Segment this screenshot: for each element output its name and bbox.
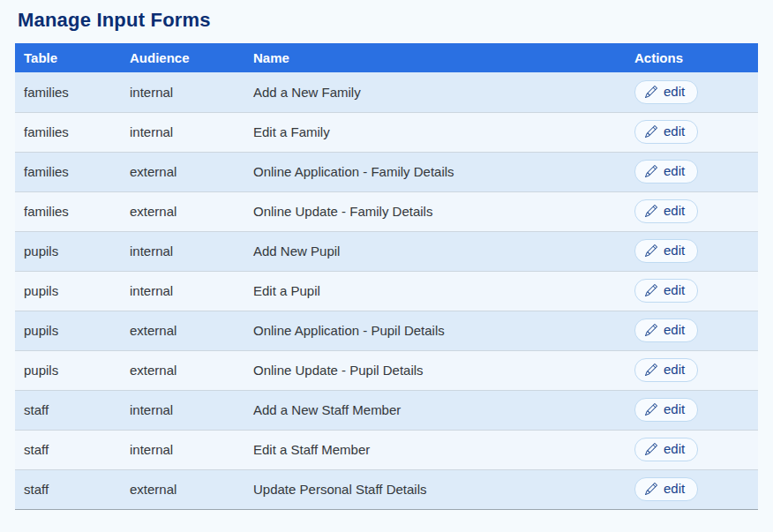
cell-table: families <box>15 191 121 231</box>
table-body: families internal Add a New Family edit … <box>15 72 758 509</box>
cell-name: Edit a Staff Member <box>244 430 626 469</box>
cell-audience: external <box>121 350 244 390</box>
cell-audience: internal <box>121 271 244 311</box>
edit-button-label: edit <box>664 163 685 179</box>
edit-button-label: edit <box>664 441 685 457</box>
edit-button[interactable]: edit <box>634 160 698 184</box>
edit-button-label: edit <box>664 203 685 219</box>
cell-name: Add New Pupil <box>244 231 626 271</box>
pencil-icon <box>645 125 657 138</box>
table-row: pupils internal Edit a Pupil edit <box>15 271 758 311</box>
pencil-icon <box>645 244 657 257</box>
input-forms-table: Table Audience Name Actions families int… <box>15 43 758 510</box>
table-row: families internal Edit a Family edit <box>15 112 758 152</box>
pencil-icon <box>645 403 657 416</box>
cell-name: Online Update - Pupil Details <box>244 350 626 390</box>
header-row: Table Audience Name Actions <box>15 43 758 72</box>
table-row: staff internal Edit a Staff Member edit <box>15 430 758 469</box>
cell-name: Online Application - Pupil Details <box>244 311 626 350</box>
column-header-audience: Audience <box>121 43 244 72</box>
table-row: families external Online Update - Family… <box>15 191 758 231</box>
cell-actions: edit <box>626 469 758 509</box>
cell-table: pupils <box>15 271 121 311</box>
edit-button-label: edit <box>664 282 685 298</box>
cell-table: families <box>15 152 121 191</box>
column-header-table: Table <box>15 43 121 72</box>
cell-name: Add a New Staff Member <box>244 390 626 430</box>
cell-table: families <box>15 112 121 152</box>
edit-button[interactable]: edit <box>634 398 698 422</box>
edit-button-label: edit <box>664 243 685 259</box>
cell-audience: internal <box>121 390 244 430</box>
cell-name: Edit a Pupil <box>244 271 626 311</box>
cell-name: Edit a Family <box>244 112 626 152</box>
cell-name: Online Update - Family Details <box>244 191 626 231</box>
edit-button-label: edit <box>664 124 685 139</box>
cell-audience: external <box>121 152 244 191</box>
edit-button-label: edit <box>664 401 685 417</box>
edit-button[interactable]: edit <box>634 438 698 461</box>
cell-table: staff <box>15 430 121 469</box>
cell-actions: edit <box>626 152 758 191</box>
cell-table: staff <box>15 469 121 509</box>
cell-name: Add a New Family <box>244 72 626 112</box>
table-row: staff external Update Personal Staff Det… <box>15 469 758 509</box>
pencil-icon <box>645 363 657 376</box>
cell-audience: internal <box>121 430 244 469</box>
page-container: Manage Input Forms Table Audience Name A… <box>0 0 773 510</box>
edit-button[interactable]: edit <box>634 358 698 382</box>
column-header-name: Name <box>244 43 626 72</box>
table-row: pupils external Online Application - Pup… <box>15 311 758 350</box>
edit-button[interactable]: edit <box>634 80 698 104</box>
cell-table: staff <box>15 390 121 430</box>
cell-name: Online Application - Family Details <box>244 152 626 191</box>
page-title: Manage Input Forms <box>18 9 758 32</box>
edit-button-label: edit <box>664 84 685 100</box>
pencil-icon <box>645 165 657 177</box>
table-row: families internal Add a New Family edit <box>15 72 758 112</box>
edit-button[interactable]: edit <box>634 120 698 144</box>
cell-actions: edit <box>626 271 758 311</box>
cell-table: pupils <box>15 350 121 390</box>
edit-button[interactable]: edit <box>634 318 698 342</box>
cell-actions: edit <box>626 350 758 390</box>
cell-audience: external <box>121 469 244 509</box>
cell-actions: edit <box>626 72 758 112</box>
table-row: pupils internal Add New Pupil edit <box>15 231 758 271</box>
table-row: staff internal Add a New Staff Member ed… <box>15 390 758 430</box>
cell-table: pupils <box>15 231 121 271</box>
edit-button[interactable]: edit <box>634 477 698 501</box>
pencil-icon <box>645 284 657 296</box>
cell-audience: external <box>121 311 244 350</box>
cell-actions: edit <box>626 390 758 430</box>
pencil-icon <box>645 483 657 495</box>
edit-button-label: edit <box>664 481 685 497</box>
cell-name: Update Personal Staff Details <box>244 469 626 509</box>
edit-button-label: edit <box>664 322 685 338</box>
cell-audience: external <box>121 191 244 231</box>
cell-table: families <box>15 72 121 112</box>
pencil-icon <box>645 324 657 336</box>
cell-table: pupils <box>15 311 121 350</box>
cell-actions: edit <box>626 311 758 350</box>
column-header-actions: Actions <box>626 43 758 72</box>
cell-audience: internal <box>121 231 244 271</box>
cell-actions: edit <box>626 112 758 152</box>
table-header: Table Audience Name Actions <box>15 43 758 72</box>
cell-actions: edit <box>626 430 758 469</box>
pencil-icon <box>645 86 657 98</box>
cell-actions: edit <box>626 191 758 231</box>
pencil-icon <box>645 205 657 217</box>
edit-button-label: edit <box>664 362 685 378</box>
pencil-icon <box>645 443 657 455</box>
cell-actions: edit <box>626 231 758 271</box>
table-row: pupils external Online Update - Pupil De… <box>15 350 758 390</box>
edit-button[interactable]: edit <box>634 239 698 263</box>
cell-audience: internal <box>121 112 244 152</box>
table-row: families external Online Application - F… <box>15 152 758 191</box>
cell-audience: internal <box>121 72 244 112</box>
edit-button[interactable]: edit <box>634 279 698 303</box>
edit-button[interactable]: edit <box>634 199 698 223</box>
